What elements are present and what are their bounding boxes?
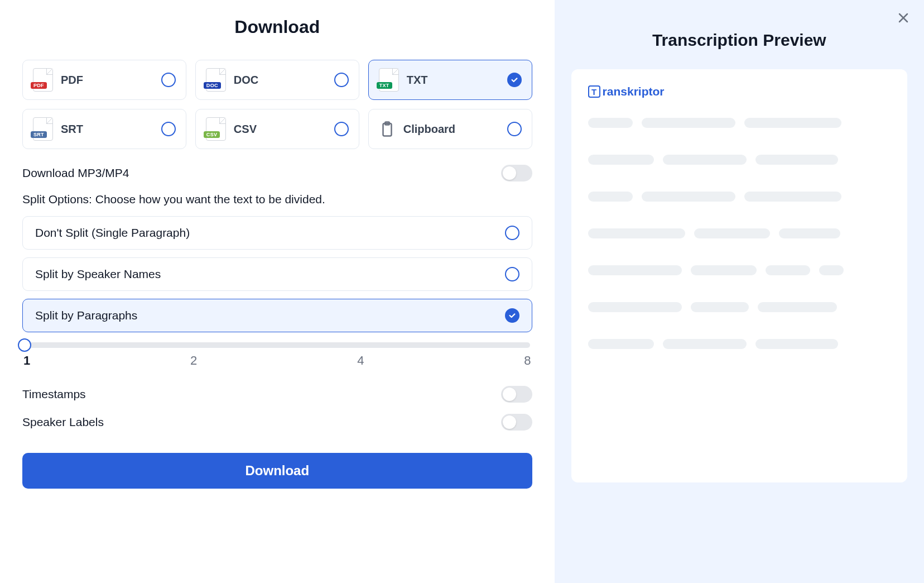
format-option-txt[interactable]: TXT TXT	[368, 60, 532, 100]
file-icon-doc: DOC	[206, 68, 226, 92]
format-label: PDF	[61, 74, 153, 87]
speaker-labels-toggle[interactable]	[501, 414, 532, 431]
format-option-pdf[interactable]: PDF PDF	[22, 60, 186, 100]
split-option-speaker-names[interactable]: Split by Speaker Names	[22, 257, 532, 291]
file-icon-pdf: PDF	[33, 68, 53, 92]
preview-card: Transkriptor	[571, 69, 907, 482]
radio-unchecked-icon	[505, 226, 519, 240]
radio-unchecked-icon	[505, 267, 519, 281]
radio-unchecked-icon	[334, 73, 349, 87]
split-options-heading: Split Options: Choose how you want the t…	[22, 193, 532, 206]
file-icon-srt: SRT	[33, 117, 53, 141]
timestamps-toggle[interactable]	[501, 386, 532, 403]
format-label: TXT	[407, 74, 499, 87]
split-options-list: Don't Split (Single Paragraph) Split by …	[22, 216, 532, 332]
page-title: Download	[22, 17, 532, 37]
format-option-doc[interactable]: DOC DOC	[195, 60, 359, 100]
radio-unchecked-icon	[507, 122, 522, 136]
close-button[interactable]	[897, 11, 910, 25]
format-label: SRT	[61, 123, 153, 136]
format-label: CSV	[234, 123, 326, 136]
logo-icon: T	[588, 85, 600, 98]
clipboard-icon	[379, 118, 396, 140]
format-option-srt[interactable]: SRT SRT	[22, 109, 186, 149]
download-media-row: Download MP3/MP4	[22, 165, 532, 181]
speaker-labels-label: Speaker Labels	[22, 415, 104, 429]
split-option-label: Split by Speaker Names	[35, 267, 161, 281]
format-label: DOC	[234, 74, 326, 87]
format-option-csv[interactable]: CSV CSV	[195, 109, 359, 149]
download-media-toggle[interactable]	[501, 165, 532, 181]
download-media-label: Download MP3/MP4	[22, 166, 129, 180]
radio-unchecked-icon	[161, 122, 176, 136]
slider-tick: 1	[23, 353, 30, 368]
format-option-clipboard[interactable]: Clipboard	[368, 109, 532, 149]
split-option-label: Don't Split (Single Paragraph)	[35, 226, 190, 240]
slider-tick: 4	[357, 353, 364, 368]
split-option-dont-split[interactable]: Don't Split (Single Paragraph)	[22, 216, 532, 250]
preview-title: Transcription Preview	[571, 31, 907, 50]
radio-checked-icon	[505, 308, 519, 323]
download-button[interactable]: Download	[22, 453, 532, 489]
slider-tick: 2	[190, 353, 197, 368]
file-icon-txt: TXT	[379, 68, 399, 92]
speaker-labels-row: Speaker Labels	[22, 414, 532, 431]
split-option-label: Split by Paragraphs	[35, 309, 137, 322]
timestamps-row: Timestamps	[22, 386, 532, 403]
format-grid: PDF PDF DOC DOC TXT TXT	[22, 60, 532, 149]
split-option-paragraphs[interactable]: Split by Paragraphs	[22, 299, 532, 332]
radio-unchecked-icon	[161, 73, 176, 87]
timestamps-label: Timestamps	[22, 388, 86, 401]
radio-checked-icon	[507, 73, 522, 87]
format-label: Clipboard	[403, 123, 499, 136]
file-icon-csv: CSV	[206, 117, 226, 141]
slider-thumb[interactable]	[18, 338, 31, 352]
slider-tick-labels: 1 2 4 8	[22, 353, 532, 368]
paragraph-count-slider[interactable]	[25, 342, 530, 348]
radio-unchecked-icon	[334, 122, 349, 136]
slider-tick: 8	[524, 353, 531, 368]
transkriptor-logo: Transkriptor	[588, 85, 891, 98]
